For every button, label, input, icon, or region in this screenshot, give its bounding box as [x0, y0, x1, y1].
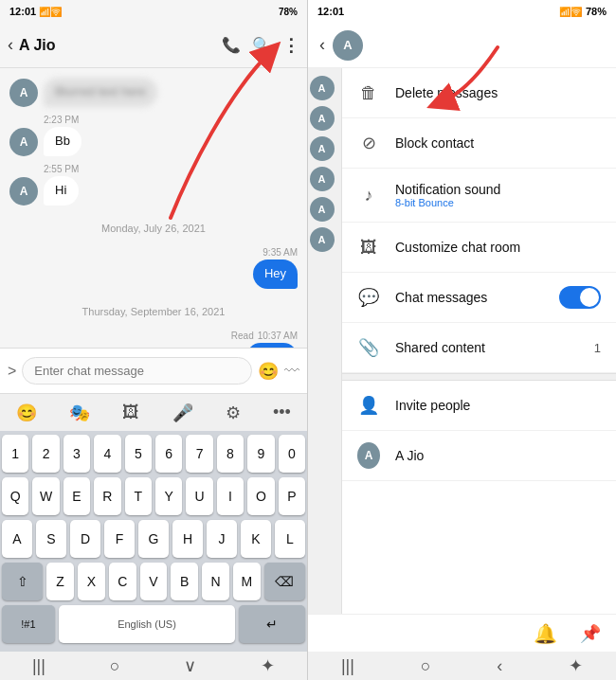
image-toolbar-icon[interactable]: 🖼 [122, 403, 139, 422]
msg-time: 2:23 PM [44, 115, 82, 125]
delete-messages-label: Delete messages [395, 85, 601, 100]
notification-sound-text: Notification sound 8-bit Bounce [395, 182, 601, 208]
chat-input[interactable] [22, 357, 252, 385]
avatar: A [9, 79, 38, 107]
chat-title: A Jio [19, 37, 216, 54]
nav-home-icon[interactable]: ○ [110, 656, 120, 676]
key-4[interactable]: 4 [94, 435, 120, 473]
key-enter[interactable]: ↵ [239, 605, 305, 643]
delete-icon: 🗑 [357, 81, 380, 104]
customize-chat-item[interactable]: 🖼 Customize chat room [342, 223, 616, 273]
right-back-button[interactable]: ‹ [319, 35, 325, 55]
right-status-icons: 📶🛜 [559, 7, 582, 17]
block-contact-item[interactable]: ⊘ Block contact [342, 118, 616, 169]
notification-sound-item[interactable]: ♪ Notification sound 8-bit Bounce [342, 169, 616, 223]
chat-input-bar: > 😊 〰 [0, 348, 307, 393]
key-x[interactable]: X [78, 563, 105, 600]
key-j[interactable]: J [207, 520, 237, 558]
settings-toolbar-icon[interactable]: ⚙ [226, 403, 241, 423]
context-menu: 🗑 Delete messages ⊘ Block contact ♪ Noti… [342, 68, 616, 614]
key-1[interactable]: 1 [2, 435, 28, 473]
key-k[interactable]: K [241, 520, 271, 558]
key-a[interactable]: A [2, 520, 32, 558]
key-3[interactable]: 3 [63, 435, 90, 473]
key-9[interactable]: 9 [247, 435, 274, 473]
invite-people-item[interactable]: 👤 Invite people [342, 381, 616, 431]
message-bubble: Bb [44, 127, 82, 156]
sticker-toolbar-icon[interactable]: 🎭 [69, 403, 90, 423]
key-c[interactable]: C [109, 563, 136, 600]
key-v[interactable]: V [140, 563, 168, 600]
key-e[interactable]: E [63, 477, 90, 515]
right-nav-back-icon[interactable]: ‹ [497, 656, 502, 676]
key-7[interactable]: 7 [186, 435, 212, 473]
key-space[interactable]: English (US) [59, 605, 235, 643]
message-bubble: Blurred text here [44, 78, 157, 107]
shared-content-icon: 📎 [357, 336, 380, 359]
key-5[interactable]: 5 [125, 435, 152, 473]
message-row: A 2:55 PM Hi [9, 164, 298, 206]
nav-menu-icon[interactable]: ||| [32, 656, 45, 676]
pin-icon[interactable]: 📌 [580, 623, 601, 644]
more-icon[interactable]: ⋮ [282, 35, 299, 56]
key-8[interactable]: 8 [217, 435, 244, 473]
message-row: 9:35 AM Hey [9, 247, 298, 289]
key-i[interactable]: I [217, 477, 244, 515]
message-row: Read 10:37 AM Hello [9, 331, 298, 348]
key-backspace[interactable]: ⌫ [264, 563, 305, 600]
more-toolbar-icon[interactable]: ••• [273, 403, 291, 422]
keyboard-toolbar: 😊 🎭 🖼 🎤 ⚙ ••• [0, 393, 307, 431]
chat-messages-toggle[interactable] [559, 286, 601, 309]
right-nav-menu-icon[interactable]: ||| [341, 656, 354, 676]
key-p[interactable]: P [279, 477, 305, 515]
key-u[interactable]: U [186, 477, 212, 515]
key-symbols[interactable]: !#1 [2, 605, 55, 643]
message-bubble: Hey [253, 259, 298, 289]
right-nav-home-icon[interactable]: ○ [421, 656, 431, 676]
key-0[interactable]: 0 [279, 435, 305, 473]
message-row: A 2:23 PM Bb [9, 115, 298, 156]
key-t[interactable]: T [125, 477, 152, 515]
right-nav-app-icon[interactable]: ✦ [569, 655, 583, 676]
key-6[interactable]: 6 [155, 435, 182, 473]
emoji-toolbar-icon[interactable]: 😊 [16, 403, 37, 423]
bell-icon[interactable]: 🔔 [534, 622, 557, 645]
search-icon[interactable]: 🔍 [252, 36, 271, 54]
side-avatar: A [310, 197, 335, 222]
side-avatar: A [310, 167, 335, 191]
chat-messages-item[interactable]: 💬 Chat messages [342, 273, 616, 323]
call-icon[interactable]: 📞 [222, 36, 241, 54]
date-separator: Thursday, September 16, 2021 [9, 306, 298, 317]
key-s[interactable]: S [36, 520, 66, 558]
key-y[interactable]: Y [155, 477, 182, 515]
expand-button[interactable]: > [8, 363, 16, 380]
key-g[interactable]: G [138, 520, 169, 558]
key-d[interactable]: D [70, 520, 100, 558]
nav-back-icon[interactable]: ∨ [184, 655, 196, 676]
key-w[interactable]: W [32, 477, 59, 515]
messages-area: A Blurred text here A 2:23 PM Bb A 2:55 … [0, 68, 307, 348]
delete-messages-item[interactable]: 🗑 Delete messages [342, 68, 616, 118]
key-b[interactable]: B [171, 563, 198, 600]
a-jio-item[interactable]: A A Jio [342, 431, 616, 481]
shared-content-item[interactable]: 📎 Shared content 1 [342, 323, 616, 373]
audio-button[interactable]: 〰 [284, 363, 299, 380]
block-contact-label: Block contact [395, 135, 601, 151]
key-r[interactable]: R [94, 477, 120, 515]
key-q[interactable]: Q [2, 477, 28, 515]
key-2[interactable]: 2 [32, 435, 59, 473]
nav-app-icon[interactable]: ✦ [261, 655, 275, 676]
key-m[interactable]: M [233, 563, 261, 600]
mic-toolbar-icon[interactable]: 🎤 [172, 403, 193, 423]
back-button[interactable]: ‹ [8, 35, 13, 55]
key-shift[interactable]: ⇧ [2, 563, 43, 600]
key-n[interactable]: N [202, 563, 229, 600]
key-h[interactable]: H [172, 520, 203, 558]
key-row-numbers: 1 2 3 4 5 6 7 8 9 0 [2, 435, 305, 473]
key-f[interactable]: F [104, 520, 135, 558]
key-z[interactable]: Z [46, 563, 74, 600]
key-l[interactable]: L [275, 520, 305, 558]
sticker-button[interactable]: 😊 [258, 361, 279, 382]
key-o[interactable]: O [247, 477, 274, 515]
right-status-bar: 12:01 📶🛜 78% [308, 0, 616, 23]
